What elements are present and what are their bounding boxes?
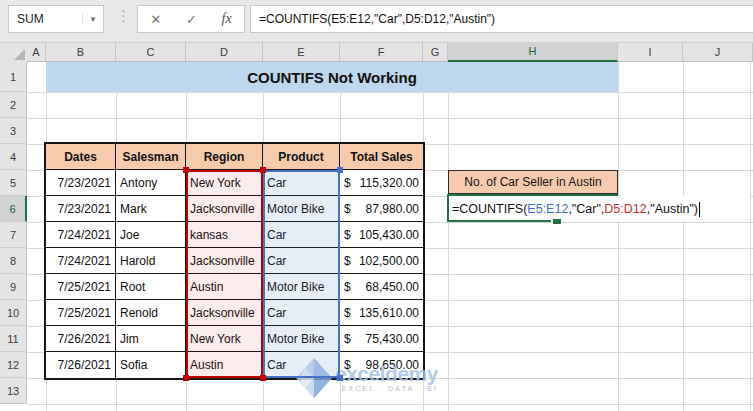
cell-total-sales[interactable]: $105,430.00 xyxy=(340,222,423,248)
range-handle[interactable] xyxy=(337,167,343,173)
column-header-j[interactable]: J xyxy=(683,42,753,62)
table-header-region[interactable]: Region xyxy=(186,144,263,170)
row-header-12[interactable]: 12 xyxy=(0,352,27,378)
row-header-11[interactable]: 11 xyxy=(0,326,27,352)
column-header-i[interactable]: I xyxy=(618,42,683,62)
column-header-f[interactable]: F xyxy=(340,42,423,62)
cell-salesman[interactable]: Antony xyxy=(116,170,186,196)
row-header-5[interactable]: 5 xyxy=(0,170,27,196)
range-handle[interactable] xyxy=(183,167,189,173)
amount: 75,430.00 xyxy=(366,332,419,346)
row-header-2[interactable]: 2 xyxy=(0,92,27,118)
amount: 102,500.00 xyxy=(359,254,419,268)
insert-function-icon[interactable]: fx xyxy=(222,11,232,27)
in-cell-formula[interactable]: =COUNTIFS( E5:E12 ,"Car", D5:D12 ,"Austi… xyxy=(452,199,700,219)
select-all-corner[interactable] xyxy=(0,42,28,63)
gridline xyxy=(448,62,449,411)
cell-total-sales[interactable]: $68,450.00 xyxy=(340,274,423,300)
table-header-salesman[interactable]: Salesman xyxy=(116,144,186,170)
result-label-cell[interactable]: No. of Car Seller in Austin xyxy=(448,170,618,194)
gridline xyxy=(618,62,619,411)
watermark-brand: exceldemy xyxy=(335,364,438,384)
currency-symbol: $ xyxy=(344,254,351,268)
currency-symbol: $ xyxy=(344,332,351,346)
range-handle[interactable] xyxy=(183,375,189,381)
cell-date[interactable]: 7/23/2021 xyxy=(46,196,116,222)
column-header-d[interactable]: D xyxy=(186,42,263,62)
row-header-13[interactable]: 13 xyxy=(0,378,27,404)
formula-bar-input[interactable]: =COUNTIFS(E5:E12,"Car",D5:D12,"Austin") xyxy=(250,5,753,33)
table-header-dates[interactable]: Dates xyxy=(46,144,116,170)
cell-total-sales[interactable]: $135,610.00 xyxy=(340,300,423,326)
amount: 68,450.00 xyxy=(366,280,419,294)
active-cell-border-bottom xyxy=(447,220,551,222)
row-header-6-selected[interactable]: 6 xyxy=(0,196,27,222)
column-header-e[interactable]: E xyxy=(263,42,340,62)
row-header-1[interactable]: 1 xyxy=(0,62,27,92)
formula-ref-blue: E5:E12 xyxy=(527,202,568,216)
enter-icon[interactable]: ✓ xyxy=(186,12,197,27)
range-handle[interactable] xyxy=(260,167,266,173)
excel-window: SUM ▾ ⋮ ✕ ✓ fx =COUNTIFS(E5:E12,"Car",D5… xyxy=(0,0,753,411)
amount: 135,610.00 xyxy=(359,306,419,320)
formula-part: ,"Car", xyxy=(568,202,604,216)
name-box[interactable]: SUM ▾ xyxy=(8,5,104,33)
column-header-a[interactable]: A xyxy=(27,42,46,62)
row-header-4[interactable]: 4 xyxy=(0,144,27,170)
cell-salesman[interactable]: Sofia xyxy=(116,352,186,378)
amount: 105,430.00 xyxy=(359,228,419,242)
column-header-h-selected[interactable]: H xyxy=(448,42,618,62)
formula-buttons: ✕ ✓ fx xyxy=(137,5,245,33)
amount: 87,980.00 xyxy=(366,202,419,216)
currency-symbol: $ xyxy=(344,306,351,320)
table-header-product[interactable]: Product xyxy=(263,144,340,170)
formula-ref-red: D5:D12 xyxy=(604,202,646,216)
cell-date[interactable]: 7/26/2021 xyxy=(46,326,116,352)
row-header-10[interactable]: 10 xyxy=(0,300,27,326)
range-highlight-d5-d12 xyxy=(186,170,263,378)
cell-total-sales[interactable]: $102,500.00 xyxy=(340,248,423,274)
row-header-8[interactable]: 8 xyxy=(0,248,27,274)
column-header-c[interactable]: C xyxy=(116,42,186,62)
cell-total-sales[interactable]: $115,320.00 xyxy=(340,170,423,196)
sheet-title-cell[interactable]: COUNTIFS Not Working xyxy=(46,62,618,92)
gridline xyxy=(750,62,751,411)
cell-salesman[interactable]: Renold xyxy=(116,300,186,326)
range-highlight-e5-e12 xyxy=(263,170,340,378)
currency-symbol: $ xyxy=(344,280,351,294)
fill-handle[interactable] xyxy=(553,219,561,224)
cell-date[interactable]: 7/26/2021 xyxy=(46,352,116,378)
row-header-3[interactable]: 3 xyxy=(0,118,27,144)
row-header-9[interactable]: 9 xyxy=(0,274,27,300)
cell-salesman[interactable]: Harold xyxy=(116,248,186,274)
cell-total-sales[interactable]: $87,980.00 xyxy=(340,196,423,222)
row-header-7[interactable]: 7 xyxy=(0,222,27,248)
column-header-g[interactable]: G xyxy=(423,42,448,62)
currency-symbol: $ xyxy=(344,176,351,190)
currency-symbol: $ xyxy=(344,202,351,216)
formula-toolbar: SUM ▾ ⋮ ✕ ✓ fx =COUNTIFS(E5:E12,"Car",D5… xyxy=(0,0,753,43)
cell-salesman[interactable]: Joe xyxy=(116,222,186,248)
table-header-total-sales[interactable]: Total Sales xyxy=(340,144,423,170)
cell-salesman[interactable]: Jim xyxy=(116,326,186,352)
amount: 115,320.00 xyxy=(360,176,419,190)
currency-symbol: $ xyxy=(344,228,351,242)
column-header-b[interactable]: B xyxy=(46,42,116,62)
cell-date[interactable]: 7/24/2021 xyxy=(46,248,116,274)
chevron-down-icon[interactable]: ▾ xyxy=(82,14,103,24)
cell-date[interactable]: 7/25/2021 xyxy=(46,274,116,300)
active-cell-border-top xyxy=(447,194,618,196)
cell-date[interactable]: 7/24/2021 xyxy=(46,222,116,248)
cell-date[interactable]: 7/23/2021 xyxy=(46,170,116,196)
cell-salesman[interactable]: Root xyxy=(116,274,186,300)
cell-total-sales[interactable]: $75,430.00 xyxy=(340,326,423,352)
formula-part: =COUNTIFS( xyxy=(452,202,527,216)
range-handle[interactable] xyxy=(337,375,343,381)
cancel-icon[interactable]: ✕ xyxy=(150,12,161,27)
name-box-value: SUM xyxy=(9,12,82,26)
cell-salesman[interactable]: Mark xyxy=(116,196,186,222)
watermark-tagline: EXCEL · DATA · BI xyxy=(335,385,438,392)
active-cell-border-left xyxy=(447,194,449,222)
cell-date[interactable]: 7/25/2021 xyxy=(46,300,116,326)
range-handle[interactable] xyxy=(260,375,266,381)
